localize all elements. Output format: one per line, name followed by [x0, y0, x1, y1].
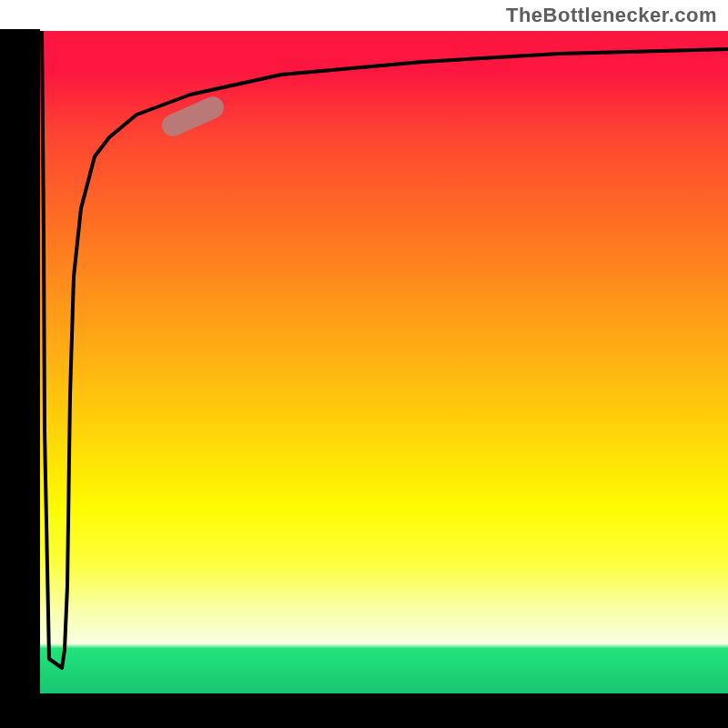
- svg-rect-0: [0, 29, 40, 695]
- bottleneck-curve: [40, 31, 728, 693]
- svg-rect-1: [0, 693, 728, 728]
- chart-stage: TheBottlenecker.com: [0, 0, 728, 728]
- plot-area: [40, 31, 728, 693]
